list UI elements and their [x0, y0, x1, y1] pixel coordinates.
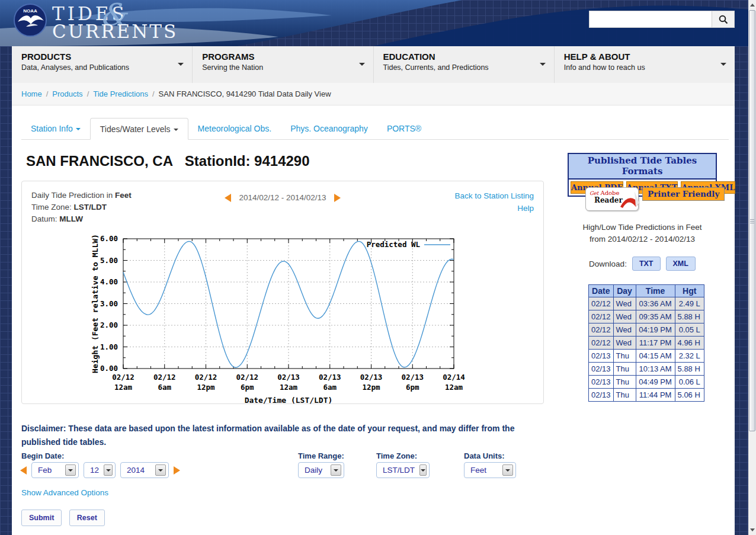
previous-date-arrow[interactable] [20, 466, 27, 475]
nav-item-help-about[interactable]: HELP & ABOUT Info and how to reach us [555, 46, 735, 83]
tide-chart-plot: 0.001.002.003.004.005.006.0002/1212am02/… [89, 235, 466, 404]
table-cell: 0.06 L [675, 376, 704, 389]
tab-label: Phys. Oceanography [290, 124, 368, 133]
breadcrumb-home[interactable]: Home [21, 89, 42, 98]
svg-text:5.00: 5.00 [100, 256, 118, 265]
month-value: Feb [38, 466, 52, 475]
table-cell: Wed [613, 310, 636, 323]
day-select[interactable]: 12 [84, 462, 116, 478]
svg-text:02/12: 02/12 [195, 373, 217, 382]
svg-text:6pm: 6pm [241, 383, 254, 392]
chevron-down-icon [359, 63, 365, 66]
chevron-down-icon [155, 464, 166, 476]
highlow-title-line2: from 2014/02/12 - 2014/02/13 [568, 233, 717, 245]
disclaimer-line1: Disclaimer: These data are based upon th… [21, 422, 555, 435]
printer-friendly-button[interactable]: Printer Friendly [642, 187, 725, 201]
chevron-down-icon [419, 464, 427, 476]
get-adobe-reader-badge[interactable]: Get Adobe Reader [585, 187, 639, 211]
download-txt-button[interactable]: TXT [632, 257, 661, 271]
tab-tides-water-levels[interactable]: Tides/Water Levels [90, 118, 188, 140]
search-input[interactable] [590, 11, 712, 27]
meta-label: Datum: [31, 214, 59, 223]
year-select[interactable]: 2014 [120, 462, 169, 478]
scrollbar-down-arrow[interactable] [748, 525, 756, 535]
chevron-down-icon [502, 464, 513, 476]
nav-item-products[interactable]: PRODUCTS Data, Analyses, and Publication… [12, 46, 193, 83]
svg-text:0.00: 0.00 [100, 364, 118, 373]
table-cell: 02/12 [589, 297, 614, 310]
back-to-station-listing-link[interactable]: Back to Station Listing [454, 190, 534, 202]
col-header-date: Date [589, 285, 614, 297]
table-cell: 04:49 PM [636, 376, 675, 389]
svg-text:02/12: 02/12 [153, 373, 176, 382]
download-row: Download: TXT XML [568, 257, 717, 271]
day-value: 12 [90, 466, 99, 475]
table-row: 02/13Thu11:44 PM5.06 H [589, 389, 704, 402]
time-range-control: Daily [298, 462, 344, 478]
scrollbar-thumb[interactable] [749, 10, 755, 431]
nav-subtitle: Serving the Nation [202, 63, 355, 72]
table-cell: 5.88 H [675, 363, 704, 376]
next-day-arrow[interactable] [334, 194, 341, 202]
col-header-day: Day [613, 285, 636, 297]
breadcrumb: Home / Products / Tide Predictions / SAN… [12, 83, 735, 105]
table-row: 02/13Thu04:49 PM0.06 L [589, 376, 704, 389]
station-name: SAN FRANCISCO, CA [26, 153, 172, 169]
table-cell: 02/12 [589, 310, 614, 323]
download-xml-button[interactable]: XML [666, 257, 696, 271]
tab-station-info[interactable]: Station Info [21, 118, 90, 140]
nav-item-education[interactable]: EDUCATION Tides, Currents, and Predictio… [374, 46, 555, 83]
show-advanced-options-link[interactable]: Show Advanced Options [21, 488, 108, 497]
previous-day-arrow[interactable] [225, 194, 231, 202]
breadcrumb-tide-predictions[interactable]: Tide Predictions [93, 89, 148, 98]
scrollbar-up-arrow[interactable] [748, 0, 756, 10]
svg-text:6pm: 6pm [406, 383, 419, 392]
breadcrumb-products[interactable]: Products [52, 89, 82, 98]
published-tide-tables-title: Published Tide Tables Formats [568, 153, 717, 178]
scrollbar-grip [750, 219, 754, 225]
table-cell: 5.06 H [675, 389, 704, 402]
search-button[interactable] [712, 11, 734, 27]
svg-text:12pm: 12pm [197, 383, 215, 392]
chevron-down-icon [540, 63, 546, 66]
chevron-down-icon [178, 63, 184, 66]
svg-text:3.00: 3.00 [100, 299, 118, 308]
brand-line2: CURRENTS [52, 21, 178, 42]
time-range-label: Time Range: [298, 451, 344, 460]
noaa-tides-currents-logo[interactable]: NOAA TIDES & CURRENTS [12, 2, 160, 44]
submit-button[interactable]: Submit [21, 510, 62, 526]
table-cell: 02/13 [589, 350, 614, 363]
data-units-value: Feet [470, 466, 486, 475]
table-cell: 02/13 [589, 389, 614, 402]
time-zone-select[interactable]: LST/LDT [376, 462, 430, 478]
time-range-select[interactable]: Daily [298, 462, 344, 478]
highlow-table: Date Day Time Hgt 02/12Wed03:36 AM2.49 L… [588, 284, 704, 402]
begin-date-label: Begin Date: [21, 451, 64, 460]
tab-meteorological-obs[interactable]: Meteorological Obs. [188, 118, 281, 140]
page-scrollbar[interactable] [748, 0, 756, 535]
reset-button[interactable]: Reset [69, 510, 105, 526]
next-date-arrow[interactable] [174, 466, 180, 475]
table-cell: 02/13 [589, 376, 614, 389]
svg-text:Date/Time (LST/LDT): Date/Time (LST/LDT) [245, 396, 333, 404]
tab-label: Tides/Water Levels [100, 124, 171, 134]
table-cell: 11:17 PM [636, 337, 675, 350]
help-link[interactable]: Help [454, 202, 534, 214]
svg-text:4.00: 4.00 [100, 277, 118, 286]
disclaimer: Disclaimer: These data are based upon th… [21, 422, 555, 449]
tab-ports[interactable]: PORTS® [377, 118, 431, 140]
month-select[interactable]: Feb [31, 462, 79, 478]
svg-text:12am: 12am [445, 383, 463, 392]
breadcrumb-current: SAN FRANCISCO, 9414290 Tidal Data Daily … [159, 89, 331, 98]
top-banner: NOAA TIDES & CURRENTS [0, 0, 748, 46]
svg-text:1.00: 1.00 [100, 342, 118, 351]
table-cell: 5.88 H [675, 310, 704, 323]
table-cell: 04:15 AM [636, 350, 675, 363]
table-cell: Thu [613, 350, 636, 363]
main-content: Station Info Tides/Water Levels Meteorol… [12, 105, 735, 535]
table-header-row: Date Day Time Hgt [589, 285, 704, 297]
tab-phys-oceanography[interactable]: Phys. Oceanography [281, 118, 377, 140]
nav-item-programs[interactable]: PROGRAMS Serving the Nation [193, 46, 373, 83]
table-cell: Thu [613, 363, 636, 376]
data-units-select[interactable]: Feet [464, 462, 516, 478]
